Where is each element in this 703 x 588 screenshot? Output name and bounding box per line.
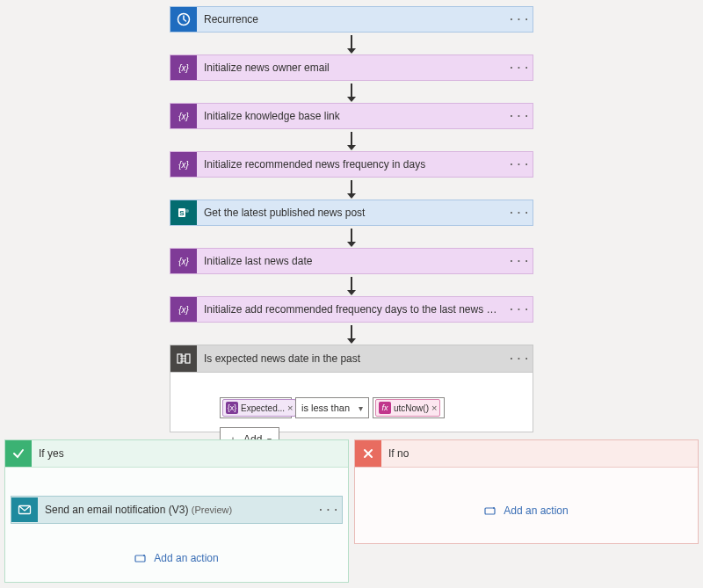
init-add-action[interactable]: {x} Initialize add recommended frequency… (170, 296, 533, 323)
init-owner-title: Initialize news owner email (197, 62, 506, 74)
svg-text:S: S (179, 209, 185, 217)
operator-label: is less than (301, 403, 350, 413)
send-email-title: Send an email notification (V3) (Preview… (38, 504, 315, 516)
clock-icon (170, 7, 197, 32)
more-icon[interactable]: · · · (315, 504, 342, 516)
init-owner-action[interactable]: {x} Initialize news owner email · · · (170, 54, 533, 81)
chevron-down-icon: ▾ (359, 403, 363, 413)
init-freq-action[interactable]: {x} Initialize recommended news frequenc… (170, 151, 533, 178)
get-latest-action[interactable]: S Get the latest published news post · ·… (170, 200, 533, 226)
variable-chip: {x} Expected... × (222, 399, 296, 417)
connector-arrow (351, 35, 352, 49)
chip-remove-icon[interactable]: × (287, 403, 293, 413)
condition-title: Is expected news date in the past (197, 352, 506, 365)
init-last-title: Initialize last news date (197, 255, 506, 267)
variable-icon: {x} (170, 297, 197, 322)
connector-arrow (351, 83, 352, 98)
add-action-icon (484, 505, 498, 516)
more-icon[interactable]: · · · (506, 303, 533, 316)
add-action-icon (134, 553, 149, 563)
svg-point-6 (185, 209, 189, 213)
if-yes-branch: If yes Send an email notification (V3) (… (4, 439, 349, 583)
variable-icon: {x} (170, 249, 197, 273)
init-freq-title: Initialize recommended news frequency in… (197, 158, 506, 171)
expression-chip: fx utcNow() × (375, 399, 440, 417)
if-no-title: If no (381, 447, 416, 460)
svg-rect-12 (135, 555, 145, 562)
svg-text:{x}: {x} (178, 257, 189, 266)
connector-arrow (351, 180, 352, 194)
svg-text:{x}: {x} (178, 305, 189, 315)
init-kb-action[interactable]: {x} Initialize knowledge base link · · · (170, 103, 533, 129)
more-icon[interactable]: · · · (506, 255, 533, 267)
condition-left-operand[interactable]: {x} Expected... × (220, 397, 292, 418)
condition-icon (170, 345, 197, 372)
recurrence-more-icon[interactable]: · · · (506, 13, 533, 25)
svg-text:{x}: {x} (178, 160, 189, 170)
more-icon[interactable]: · · · (506, 110, 533, 122)
close-icon (355, 440, 381, 467)
check-icon (5, 440, 32, 467)
get-latest-title: Get the latest published news post (197, 207, 506, 219)
variable-chip-icon: {x} (226, 402, 238, 414)
chip-remove-icon[interactable]: × (431, 403, 437, 413)
connector-arrow (351, 229, 352, 243)
svg-rect-13 (485, 508, 495, 514)
connector-arrow (351, 277, 352, 291)
if-yes-title: If yes (32, 447, 71, 460)
function-chip-icon: fx (379, 402, 391, 414)
variable-icon: {x} (170, 55, 197, 80)
variable-icon: {x} (170, 104, 197, 128)
recurrence-title: Recurrence (197, 13, 506, 25)
variable-icon: {x} (170, 152, 197, 177)
sharepoint-icon: S (170, 200, 197, 225)
svg-text:{x}: {x} (178, 112, 189, 121)
connector-arrow (351, 325, 352, 339)
add-action-label: Add an action (504, 505, 568, 517)
condition-card[interactable]: Is expected news date in the past · · · … (170, 345, 533, 432)
mail-icon (11, 497, 38, 522)
if-no-branch: If no Add an action (354, 439, 699, 544)
expression-chip-label: utcNow() (394, 403, 429, 413)
variable-chip-label: Expected... (241, 403, 285, 413)
init-kb-title: Initialize knowledge base link (197, 110, 506, 122)
more-icon[interactable]: · · · (506, 62, 533, 74)
recurrence-trigger[interactable]: Recurrence · · · (170, 6, 533, 33)
connector-arrow (351, 132, 352, 146)
add-action-link[interactable]: Add an action (484, 505, 568, 517)
more-icon[interactable]: · · · (506, 158, 533, 171)
send-email-action[interactable]: Send an email notification (V3) (Preview… (11, 496, 343, 524)
operator-dropdown[interactable]: is less than ▾ (295, 397, 369, 418)
add-action-link[interactable]: Add an action (134, 552, 218, 564)
svg-text:{x}: {x} (178, 63, 189, 73)
add-action-label: Add an action (154, 552, 218, 564)
more-icon[interactable]: · · · (506, 207, 533, 219)
init-add-title: Initialize add recommended frequency day… (197, 303, 506, 316)
condition-right-operand[interactable]: fx utcNow() × (373, 397, 445, 418)
more-icon[interactable]: · · · (506, 352, 533, 365)
init-last-action[interactable]: {x} Initialize last news date · · · (170, 248, 533, 274)
